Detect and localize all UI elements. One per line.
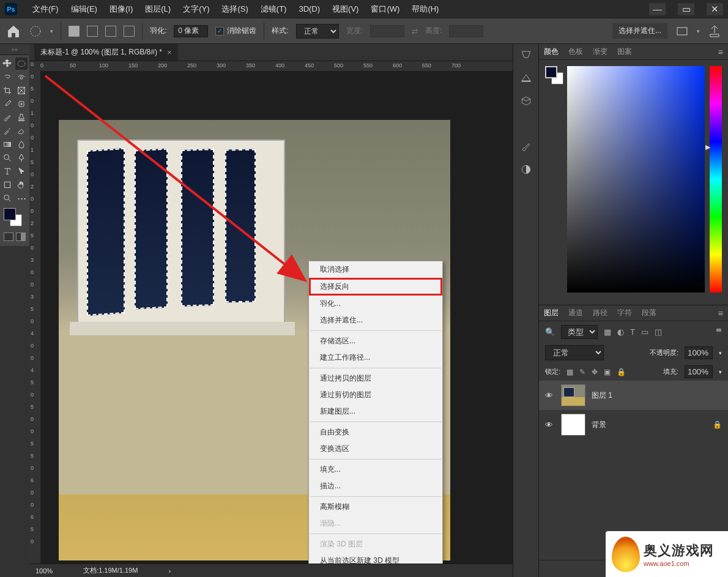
- crop-tool-icon[interactable]: [1, 84, 13, 97]
- layer-name[interactable]: 图层 1: [592, 390, 612, 401]
- adjustments-panel-icon[interactable]: [519, 163, 533, 176]
- context-menu-item[interactable]: 羽化...: [309, 296, 442, 312]
- share-icon[interactable]: [707, 24, 722, 39]
- fg-chip-icon[interactable]: [545, 66, 557, 78]
- filter-adjust-icon[interactable]: ◐: [617, 327, 624, 337]
- swap-icon[interactable]: ⇄: [412, 27, 418, 35]
- context-menu-item[interactable]: 建立工作路径...: [309, 349, 442, 366]
- select-and-mask-button[interactable]: 选择并遮住...: [612, 23, 667, 39]
- selection-intersect-icon[interactable]: [124, 26, 135, 37]
- context-menu-item[interactable]: 选择反向: [309, 278, 442, 296]
- context-menu-item[interactable]: 从当前选区新建 3D 模型: [309, 553, 442, 564]
- stamp-tool-icon[interactable]: [15, 111, 28, 124]
- menu-edit[interactable]: 编辑(E): [65, 1, 103, 17]
- home-icon[interactable]: [6, 24, 21, 39]
- history-panel-icon[interactable]: [519, 48, 533, 61]
- menu-help[interactable]: 帮助(H): [406, 1, 445, 17]
- standard-mode-icon[interactable]: [4, 233, 13, 241]
- healing-tool-icon[interactable]: [15, 98, 28, 110]
- selection-add-icon[interactable]: [87, 26, 98, 37]
- fill-input[interactable]: [685, 365, 713, 378]
- dodge-tool-icon[interactable]: [1, 152, 13, 164]
- gradient-tool-icon[interactable]: [1, 138, 13, 151]
- panel-menu-icon[interactable]: ≡: [718, 47, 723, 57]
- foreground-color-chip[interactable]: [4, 208, 16, 220]
- filter-type-icon[interactable]: T: [630, 327, 635, 337]
- tab-gradients[interactable]: 渐变: [593, 47, 607, 57]
- selection-new-icon[interactable]: [69, 26, 80, 37]
- collapsed-panel-handle[interactable]: ««: [0, 44, 29, 55]
- path-select-tool-icon[interactable]: [15, 165, 28, 177]
- context-menu-item[interactable]: 存储选区...: [309, 333, 442, 349]
- layer-thumbnail[interactable]: [561, 414, 585, 436]
- menu-type[interactable]: 文字(Y): [177, 1, 215, 17]
- frame-tool-icon[interactable]: [15, 84, 28, 97]
- hand-tool-icon[interactable]: [15, 179, 28, 191]
- lock-transparency-icon[interactable]: ▩: [566, 368, 573, 376]
- libraries-panel-icon[interactable]: [519, 94, 533, 108]
- filter-shape-icon[interactable]: ▭: [641, 327, 648, 337]
- quick-select-tool-icon[interactable]: [15, 71, 28, 83]
- context-menu-item[interactable]: 通过剪切的图层: [309, 387, 442, 403]
- foreground-background-colors[interactable]: [1, 206, 28, 229]
- chevron-down-icon[interactable]: ▾: [697, 28, 700, 34]
- lasso-tool-icon[interactable]: [1, 71, 13, 83]
- panel-menu-icon[interactable]: ≡: [718, 308, 723, 318]
- menu-3d[interactable]: 3D(D): [292, 2, 326, 16]
- selection-subtract-icon[interactable]: [105, 26, 116, 37]
- menu-view[interactable]: 视图(V): [326, 1, 365, 17]
- color-field[interactable]: [567, 66, 705, 292]
- filter-toggle[interactable]: [716, 327, 722, 337]
- chevron-down-icon[interactable]: ▾: [719, 369, 722, 375]
- menu-select[interactable]: 选择(S): [215, 1, 254, 17]
- lock-position-icon[interactable]: ✥: [592, 368, 598, 376]
- visibility-toggle-icon[interactable]: 👁: [545, 420, 555, 430]
- layer-row[interactable]: 👁 背景 🔒: [539, 410, 728, 439]
- context-menu-item[interactable]: 新建图层...: [309, 403, 442, 420]
- status-chevron-icon[interactable]: ›: [168, 567, 171, 575]
- zoom-level[interactable]: 100%: [35, 567, 53, 575]
- tab-character[interactable]: 字符: [617, 308, 632, 318]
- type-tool-icon[interactable]: [1, 165, 13, 177]
- menu-image[interactable]: 图像(I): [103, 1, 139, 17]
- layer-row[interactable]: 👁 图层 1: [539, 381, 728, 410]
- pen-tool-icon[interactable]: [15, 152, 28, 164]
- close-tab-icon[interactable]: ×: [167, 48, 172, 57]
- feather-input[interactable]: [174, 25, 208, 37]
- tab-color[interactable]: 颜色: [544, 47, 559, 57]
- menu-window[interactable]: 窗口(W): [365, 1, 406, 17]
- history-brush-tool-icon[interactable]: [1, 125, 13, 137]
- marquee-tool-icon[interactable]: [15, 58, 28, 70]
- close-button[interactable]: ✕: [707, 3, 723, 15]
- document-tab[interactable]: 未标题-1 @ 100% (图层 1, RGB/8#) * ×: [34, 44, 178, 61]
- blend-mode-select[interactable]: 正常: [545, 345, 604, 360]
- shape-tool-icon[interactable]: [1, 179, 13, 191]
- layer-name[interactable]: 背景: [592, 420, 606, 430]
- canvas[interactable]: Bai jingya 取消选择选择反向羽化...选择并遮住...存储选区...建…: [40, 71, 513, 564]
- style-select[interactable]: 正常: [296, 24, 339, 39]
- view-mode-icon[interactable]: [675, 24, 689, 39]
- chevron-down-icon[interactable]: ▾: [719, 350, 722, 356]
- lock-artboard-icon[interactable]: ▣: [604, 368, 611, 376]
- menu-filter[interactable]: 滤镜(T): [254, 1, 293, 17]
- layer-filter-select[interactable]: 类型: [561, 325, 598, 339]
- context-menu-item[interactable]: 取消选择: [309, 261, 442, 278]
- tab-paragraph[interactable]: 段落: [642, 308, 656, 318]
- filter-image-icon[interactable]: ▦: [604, 327, 611, 337]
- context-menu-item[interactable]: 描边...: [309, 478, 442, 494]
- brush-settings-panel-icon[interactable]: [519, 140, 533, 153]
- color-fgbg-chips[interactable]: [545, 66, 562, 86]
- tab-patterns[interactable]: 图案: [617, 47, 632, 57]
- visibility-toggle-icon[interactable]: 👁: [545, 391, 555, 400]
- lock-pixels-icon[interactable]: ✎: [579, 368, 585, 376]
- menu-layer[interactable]: 图层(L): [139, 1, 177, 17]
- maximize-button[interactable]: ▭: [678, 3, 694, 15]
- filter-smart-icon[interactable]: ◫: [655, 327, 662, 337]
- tool-preset-icon[interactable]: [28, 24, 43, 39]
- brush-tool-icon[interactable]: [1, 111, 13, 124]
- context-menu-item[interactable]: 高斯模糊: [309, 499, 442, 515]
- layer-thumbnail[interactable]: [561, 384, 585, 406]
- context-menu-item[interactable]: 变换选区: [309, 441, 442, 457]
- quickmask-mode-icon[interactable]: [16, 233, 26, 241]
- move-tool-icon[interactable]: [1, 58, 13, 70]
